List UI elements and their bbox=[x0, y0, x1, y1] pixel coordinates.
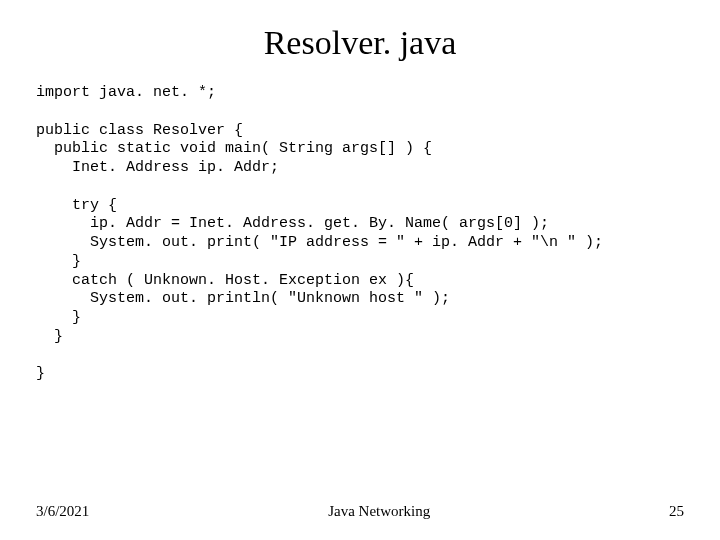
footer: 3/6/2021 Java Networking 25 bbox=[0, 503, 720, 520]
footer-center: Java Networking bbox=[328, 503, 430, 520]
slide-title: Resolver. java bbox=[36, 24, 684, 62]
slide: Resolver. java import java. net. *; publ… bbox=[0, 0, 720, 540]
footer-date: 3/6/2021 bbox=[36, 503, 89, 520]
code-block: import java. net. *; public class Resolv… bbox=[36, 84, 684, 384]
footer-page: 25 bbox=[669, 503, 684, 520]
